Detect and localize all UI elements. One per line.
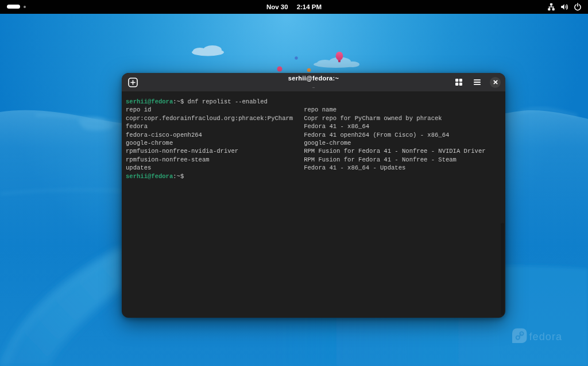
svg-text:fedora: fedora [529,331,563,342]
